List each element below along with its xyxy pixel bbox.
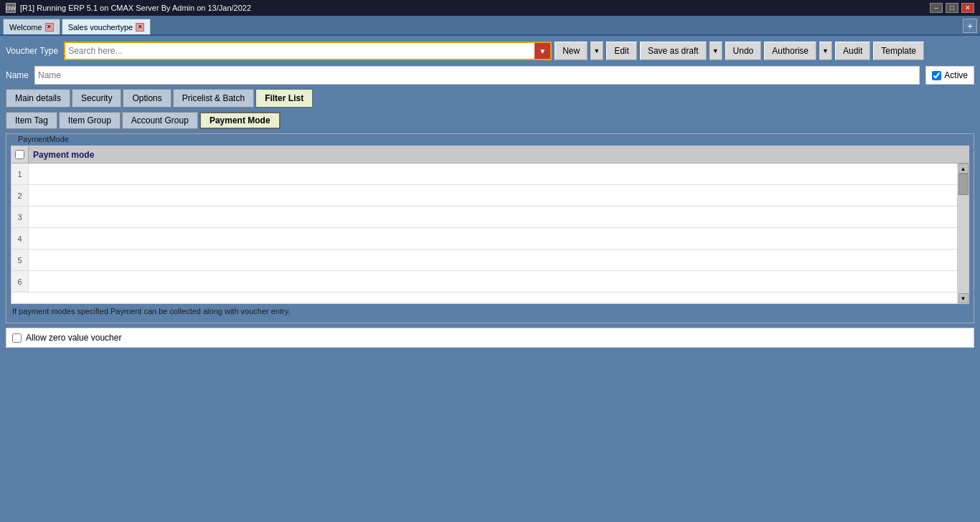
edit-button[interactable]: Edit bbox=[606, 42, 637, 60]
scroll-down-button[interactable]: ▼ bbox=[958, 293, 969, 303]
sub-tab-payment-mode[interactable]: Payment Mode bbox=[199, 112, 281, 129]
voucher-type-label: Voucher Type bbox=[6, 46, 58, 56]
grid-header: Payment mode bbox=[11, 146, 969, 163]
minimize-button[interactable]: – bbox=[930, 3, 943, 13]
toolbar: Voucher Type ▼ New ▼ Edit Save as draft … bbox=[6, 42, 974, 60]
audit-button[interactable]: Audit bbox=[835, 42, 870, 60]
tab-main-details[interactable]: Main details bbox=[6, 89, 70, 108]
table-row: 2 bbox=[11, 185, 957, 207]
maximize-button[interactable]: □ bbox=[946, 3, 958, 13]
allow-zero-row: Allow zero value voucher bbox=[6, 328, 974, 348]
tab-welcome[interactable]: Welcome ✕ bbox=[3, 19, 60, 34]
tab-options[interactable]: Options bbox=[123, 89, 171, 108]
allow-zero-label: Allow zero value voucher bbox=[26, 333, 121, 343]
grid-header-payment-mode: Payment mode bbox=[29, 146, 957, 163]
save-as-draft-button[interactable]: Save as draft bbox=[640, 42, 707, 60]
payment-mode-info-text: If payment modes specified.Payment can b… bbox=[11, 304, 969, 318]
allow-zero-checkbox[interactable] bbox=[12, 333, 22, 343]
tab-sales-vouchertype-close[interactable]: ✕ bbox=[136, 23, 144, 32]
search-input[interactable] bbox=[65, 43, 534, 59]
scroll-thumb[interactable] bbox=[958, 174, 969, 195]
tab-bar: Welcome ✕ Sales vouchertype ✕ + bbox=[0, 16, 980, 36]
tab-sales-vouchertype-label: Sales vouchertype bbox=[68, 23, 133, 32]
grid-scrollbar[interactable]: ▲ ▼ bbox=[957, 163, 969, 303]
new-button[interactable]: New bbox=[555, 42, 588, 60]
title-bar: OW [R1] Running ERP 5.1 on CMAX Server B… bbox=[0, 0, 980, 16]
tab-sales-vouchertype[interactable]: Sales vouchertype ✕ bbox=[62, 19, 151, 34]
scroll-up-button[interactable]: ▲ bbox=[958, 163, 969, 174]
tab-security[interactable]: Security bbox=[72, 89, 121, 108]
table-row: 6 bbox=[11, 271, 957, 293]
active-area: Active bbox=[925, 66, 974, 85]
tab-add-button[interactable]: + bbox=[963, 19, 977, 33]
name-row: Name Active bbox=[6, 66, 974, 85]
table-row: 5 bbox=[11, 250, 957, 271]
sub-tab-nav: Item Tag Item Group Account Group Paymen… bbox=[6, 112, 974, 129]
tab-filter-list[interactable]: Filter List bbox=[255, 89, 313, 108]
payment-mode-legend: PaymentMode bbox=[15, 135, 72, 143]
sub-tab-account-group[interactable]: Account Group bbox=[122, 112, 198, 129]
template-button[interactable]: Template bbox=[873, 42, 924, 60]
table-row: 1 bbox=[11, 163, 957, 185]
window-controls: – □ ✕ bbox=[930, 3, 974, 13]
scroll-track bbox=[958, 174, 969, 293]
main-tab-nav: Main details Security Options Pricelist … bbox=[6, 89, 974, 108]
tab-welcome-label: Welcome bbox=[9, 23, 42, 32]
table-row: 4 bbox=[11, 228, 957, 250]
authorise-button[interactable]: Authorise bbox=[764, 42, 816, 60]
new-dropdown-button[interactable]: ▼ bbox=[590, 42, 603, 60]
grid-body: 1 2 3 4 5 bbox=[11, 163, 969, 303]
main-content: Voucher Type ▼ New ▼ Edit Save as draft … bbox=[0, 36, 980, 522]
table-row: 3 bbox=[11, 207, 957, 228]
payment-mode-group: PaymentMode Payment mode 1 bbox=[6, 133, 974, 323]
name-input[interactable] bbox=[34, 66, 920, 85]
grid-select-all-checkbox[interactable] bbox=[15, 150, 24, 159]
tab-welcome-close[interactable]: ✕ bbox=[45, 23, 54, 32]
active-label: Active bbox=[944, 70, 968, 80]
payment-mode-grid: Payment mode 1 2 3 bbox=[11, 146, 969, 304]
close-button[interactable]: ✕ bbox=[961, 3, 974, 13]
grid-rows: 1 2 3 4 5 bbox=[11, 163, 957, 303]
save-as-draft-dropdown-button[interactable]: ▼ bbox=[710, 42, 722, 60]
search-container: ▼ bbox=[64, 42, 552, 60]
title-text: [R1] Running ERP 5.1 on CMAX Server By A… bbox=[20, 4, 251, 12]
sub-tab-item-tag[interactable]: Item Tag bbox=[6, 112, 57, 129]
undo-button[interactable]: Undo bbox=[725, 42, 762, 60]
tab-pricelist-batch[interactable]: Pricelist & Batch bbox=[173, 89, 254, 108]
app-icon: OW bbox=[6, 3, 16, 13]
name-label: Name bbox=[6, 70, 29, 80]
sub-tab-item-group[interactable]: Item Group bbox=[59, 112, 121, 129]
active-checkbox[interactable] bbox=[932, 71, 941, 80]
search-dropdown-button[interactable]: ▼ bbox=[534, 43, 550, 59]
authorise-dropdown-button[interactable]: ▼ bbox=[819, 42, 832, 60]
grid-header-checkbox bbox=[11, 146, 29, 163]
